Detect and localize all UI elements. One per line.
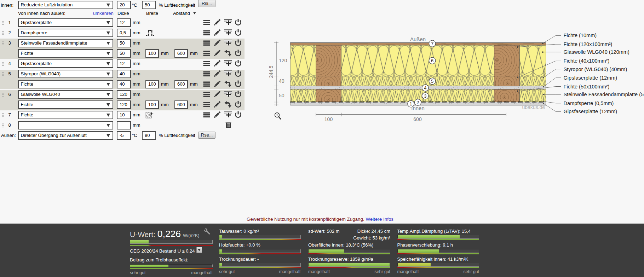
svg-text:Styropor (WLG040) (40mm): Styropor (WLG040) (40mm) [564, 67, 627, 72]
svg-text:Gipsfaserplatte (12mm): Gipsfaserplatte (12mm) [564, 109, 617, 114]
svg-text:Fichte (10mm): Fichte (10mm) [564, 33, 597, 38]
svg-text:Steinwolle Fassadendämmplatte: Steinwolle Fassadendämmplatte (50 [564, 92, 644, 97]
svg-text:50: 50 [279, 93, 284, 98]
svg-text:Fichte (120x100mm²): Fichte (120x100mm²) [564, 41, 613, 47]
svg-text:120: 120 [279, 58, 287, 63]
svg-text:4: 4 [424, 85, 426, 91]
svg-text:100: 100 [324, 116, 333, 122]
svg-text:40: 40 [279, 78, 284, 84]
svg-text:Fichte (40x100mm²): Fichte (40x100mm²) [564, 58, 610, 64]
svg-text:6: 6 [431, 58, 433, 63]
svg-text:7: 7 [431, 41, 433, 46]
svg-text:600: 600 [413, 116, 422, 122]
svg-text:244,5: 244,5 [269, 65, 274, 78]
svg-text:1: 1 [410, 101, 412, 106]
svg-text:Gipsfaserplatte (12mm): Gipsfaserplatte (12mm) [564, 75, 617, 81]
svg-text:ubakus.de: ubakus.de [522, 104, 545, 110]
svg-text:3: 3 [424, 93, 426, 99]
svg-text:Fichte (50x100mm²): Fichte (50x100mm²) [564, 84, 610, 90]
svg-text:Glaswolle WLG040 (120mm): Glaswolle WLG040 (120mm) [564, 49, 629, 55]
svg-text:2: 2 [416, 100, 419, 105]
svg-text:5: 5 [431, 79, 433, 84]
svg-text:Dampfsperre (0,5mm): Dampfsperre (0,5mm) [564, 100, 614, 106]
svg-text:Außen: Außen [410, 36, 426, 42]
